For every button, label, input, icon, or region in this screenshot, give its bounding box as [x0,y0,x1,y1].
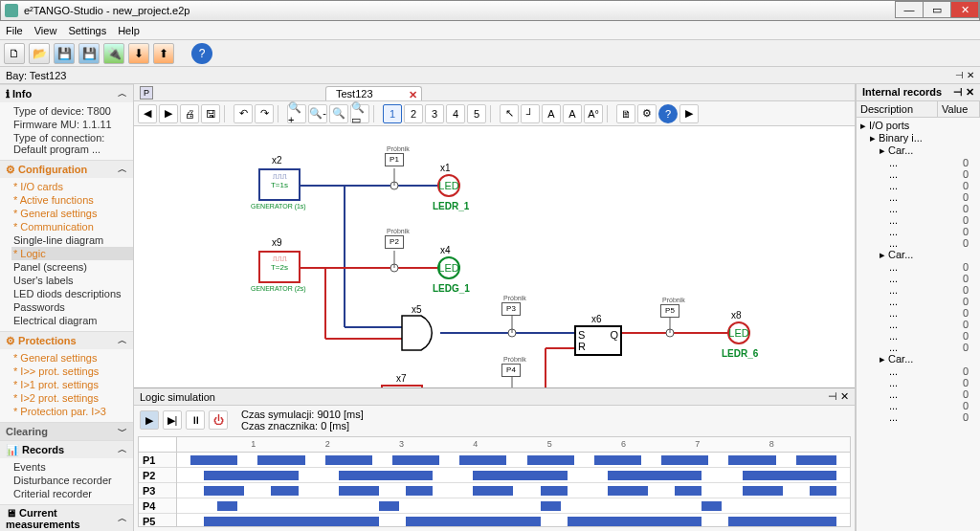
cfg-ediag[interactable]: Electrical diagram [11,314,133,327]
help-icon[interactable]: ? [191,43,212,64]
led-r6[interactable]: LED [727,321,750,344]
probe-p4[interactable]: P4 [501,364,521,377]
gear-icon[interactable]: ⚙ [637,104,657,123]
label-x7: x7 [396,373,407,384]
open-icon[interactable]: 📂 [29,43,50,64]
zoomin-icon[interactable]: 🔍+ [287,104,306,123]
block-button[interactable]: F1 ◉ [381,385,423,387]
logic-pin-icon[interactable]: ⊣ ✕ [828,390,849,403]
page-4[interactable]: 4 [446,104,465,123]
probe-p5[interactable]: P5 [660,304,679,318]
prot-i4[interactable]: * Protection par. I>3 [11,405,133,418]
sidebar: ℹ Info︿ Type of device: T800 Firmware MU… [0,84,134,531]
probe-p1[interactable]: P1 [385,153,404,166]
wave-label-p1: P1 [139,453,176,468]
menu-view[interactable]: View [34,25,57,36]
pin-icon[interactable]: ⊣ ✕ [955,70,974,80]
tab-close-icon[interactable]: ✕ [409,89,417,101]
rec-dist[interactable]: Disturbance recorder [11,474,133,487]
doc-icon[interactable]: 🗎 [616,104,635,123]
pointer-icon[interactable]: ↖ [500,104,519,123]
window-title: e²TANGO-Studio - new_project.e2p [24,5,189,16]
sim-play-icon[interactable]: ▶ [140,410,159,430]
save-icon[interactable]: 💾 [54,43,75,64]
prot-i2[interactable]: * I>1 prot. settings [11,378,133,391]
block-flipflop[interactable]: S Q R [574,325,622,356]
probe-p2[interactable]: P2 [385,235,404,249]
back-icon[interactable]: ◀ [138,104,157,123]
cfg-sld[interactable]: Single-line diagram [11,233,133,247]
wave-label-p4: P4 [139,498,176,514]
sim-stop-icon[interactable]: ⏻ [209,410,228,430]
tab-test123[interactable]: Test123 ✕ [325,86,422,100]
cfg-active[interactable]: * Active functions [11,193,133,207]
accordion-protections[interactable]: ⚙ Protections︿ [0,332,133,349]
close-button[interactable]: ✕ [950,1,979,18]
label-x2: x2 [272,155,282,166]
menu-help[interactable]: Help [118,25,140,36]
cfg-general[interactable]: * General settings [11,207,133,220]
page-5[interactable]: 5 [467,104,486,123]
cfg-led[interactable]: LED diods descriptions [11,287,133,300]
rec-crit[interactable]: Criterial recorder [11,487,133,500]
menu-file[interactable]: File [6,25,23,36]
cfg-iocards[interactable]: * I/O cards [11,180,133,193]
page-icon[interactable]: P [140,86,153,100]
download-icon[interactable]: ⬇ [128,43,149,64]
fwd-icon[interactable]: ▶ [159,104,178,123]
text2-icon[interactable]: A [563,104,582,123]
page-3[interactable]: 3 [425,104,444,123]
rec-events[interactable]: Events [11,460,133,474]
connect-icon[interactable]: 🔌 [103,43,124,64]
page-1[interactable]: 1 [383,104,402,123]
minimize-button[interactable]: — [895,1,924,18]
col-value[interactable]: Value [938,101,980,117]
new-icon[interactable]: 🗋 [4,43,25,64]
records-pin-icon[interactable]: ⊣ ✕ [953,86,974,99]
upload-icon[interactable]: ⬆ [153,43,174,64]
block-generator1[interactable]: ⎍⎍⎍ T=1s [258,168,301,201]
col-description[interactable]: Description [857,101,938,117]
sim-step-icon[interactable]: ▶| [163,410,182,430]
cfg-panel[interactable]: Panel (screens) [11,260,133,274]
zoomsel-icon[interactable]: 🔍▭ [350,104,369,123]
diagram-canvas[interactable]: x2 ⎍⎍⎍ T=1s GENERATOR (1s) x9 ⎍⎍⎍ T=2s G… [134,126,855,387]
accordion-configuration[interactable]: ⚙ Configuration︿ [0,161,133,178]
cfg-labels[interactable]: User's labels [11,274,133,287]
accordion-clearing[interactable]: Clearing﹀ [0,423,133,440]
text-icon[interactable]: A [542,104,561,123]
records-tree[interactable]: ▸ I/O ports▸ Binary i...▸ Car......0...0… [857,118,980,531]
undo-icon[interactable]: ↶ [234,104,253,123]
menu-settings[interactable]: Settings [68,25,106,36]
cfg-comm[interactable]: * Communication [11,220,133,233]
zoomfit-icon[interactable]: 🔍 [329,104,348,123]
led-r1[interactable]: LED [437,174,460,197]
wave-label-p2: P2 [139,468,176,483]
accordion-records[interactable]: 📊 Records︿ [0,441,133,458]
page-2[interactable]: 2 [404,104,423,123]
records-title: Internal records [862,86,942,99]
waveform-view[interactable]: P1 P2 P3 P4 P5 12345678 [138,436,851,527]
export-icon[interactable]: 🖫 [201,104,220,123]
doc-help-icon[interactable]: ? [658,104,678,123]
rename-icon[interactable]: A° [584,104,603,123]
wire-icon[interactable]: ┘ [521,104,540,123]
saveall-icon[interactable]: 💾 [78,43,100,64]
redo-icon[interactable]: ↷ [255,104,274,123]
accordion-measurements[interactable]: 🖥 Current measurements︿ [0,505,133,531]
prot-general[interactable]: * General settings [11,351,133,365]
zoomout-icon[interactable]: 🔍- [308,104,327,123]
block-generator2[interactable]: ⎍⎍⎍ T=2s [258,251,301,283]
sim-pause-icon[interactable]: ⏸ [186,410,205,430]
cfg-logic[interactable]: * Logic [11,247,133,260]
probe-p3[interactable]: P3 [501,302,521,316]
cfg-pwd[interactable]: Passwords [11,300,133,314]
prot-i1[interactable]: * I>> prot. settings [11,365,133,378]
logic-simulation-panel: Logic simulation ⊣ ✕ ▶ ▶| ⏸ ⏻ Czas symul… [134,387,855,531]
maximize-button[interactable]: ▭ [923,1,951,18]
prot-i3[interactable]: * I>2 prot. settings [11,391,133,405]
accordion-info[interactable]: ℹ Info︿ [0,85,133,102]
led-g1[interactable]: LED [437,256,460,279]
run-icon[interactable]: ▶ [679,104,699,123]
print-icon[interactable]: 🖨 [180,104,199,123]
